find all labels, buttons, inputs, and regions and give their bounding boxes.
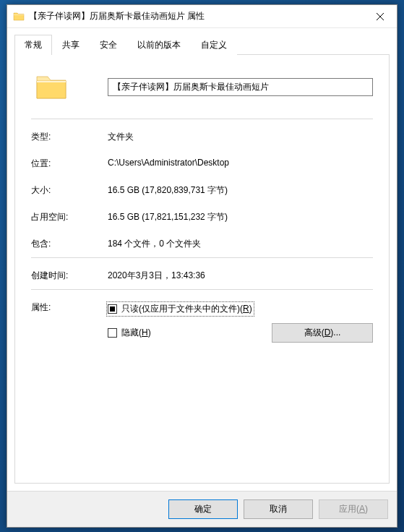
- separator: [31, 289, 373, 290]
- label-contains: 包含:: [31, 236, 108, 250]
- window-title: 【亲子伴读网】历届奥斯卡最佳动画短片 属性: [29, 10, 364, 22]
- label-size: 大小:: [31, 183, 108, 197]
- folder-large-icon: [34, 69, 69, 104]
- value-type: 文件夹: [108, 129, 373, 143]
- readonly-label: 只读(仅应用于文件夹中的文件)(R): [121, 303, 252, 315]
- value-size: 16.5 GB (17,820,839,731 字节): [108, 183, 373, 197]
- tab-previous-versions[interactable]: 以前的版本: [127, 35, 191, 55]
- close-button[interactable]: [364, 5, 397, 27]
- readonly-checkbox[interactable]: [108, 304, 117, 314]
- info-section-1: 类型: 文件夹 位置: C:\Users\Administrator\Deskt…: [31, 129, 373, 250]
- advanced-button[interactable]: 高级(D)...: [272, 323, 373, 343]
- properties-dialog: 【亲子伴读网】历届奥斯卡最佳动画短片 属性 常规 共享 安全 以前的版本 自定义: [7, 4, 397, 528]
- info-section-2: 创建时间: 2020年3月3日，13:43:36: [31, 268, 373, 282]
- hidden-label: 隐藏(H): [121, 327, 151, 339]
- dialog-footer: 确定 取消 应用(A): [7, 491, 397, 527]
- titlebar: 【亲子伴读网】历届奥斯卡最佳动画短片 属性: [7, 5, 397, 28]
- apply-button[interactable]: 应用(A): [319, 499, 388, 519]
- value-contains: 184 个文件，0 个文件夹: [108, 236, 373, 250]
- name-row: [31, 69, 373, 104]
- tab-panel-general: 类型: 文件夹 位置: C:\Users\Administrator\Deskt…: [14, 54, 390, 484]
- tab-general[interactable]: 常规: [14, 35, 52, 55]
- hidden-checkbox[interactable]: [108, 328, 117, 338]
- value-size-on-disk: 16.5 GB (17,821,151,232 字节): [108, 210, 373, 223]
- dialog-body: 常规 共享 安全 以前的版本 自定义 类型:: [7, 28, 397, 491]
- separator: [31, 257, 373, 258]
- folder-name-input[interactable]: [108, 78, 373, 96]
- separator: [31, 119, 373, 119]
- label-location: 位置:: [31, 156, 108, 170]
- label-size-on-disk: 占用空间:: [31, 210, 108, 223]
- value-created: 2020年3月3日，13:43:36: [108, 268, 373, 282]
- readonly-checkbox-row[interactable]: 只读(仅应用于文件夹中的文件)(R): [106, 301, 254, 317]
- folder-icon: [13, 11, 25, 22]
- label-created: 创建时间:: [31, 268, 108, 282]
- tab-sharing[interactable]: 共享: [52, 35, 90, 55]
- value-location: C:\Users\Administrator\Desktop: [108, 156, 373, 168]
- tab-security[interactable]: 安全: [90, 35, 127, 55]
- label-type: 类型:: [31, 129, 108, 143]
- label-attributes: 属性:: [31, 300, 108, 314]
- ok-button[interactable]: 确定: [168, 499, 238, 519]
- tab-customize[interactable]: 自定义: [191, 35, 237, 55]
- cancel-button[interactable]: 取消: [244, 499, 313, 519]
- tab-strip: 常规 共享 安全 以前的版本 自定义: [14, 34, 390, 54]
